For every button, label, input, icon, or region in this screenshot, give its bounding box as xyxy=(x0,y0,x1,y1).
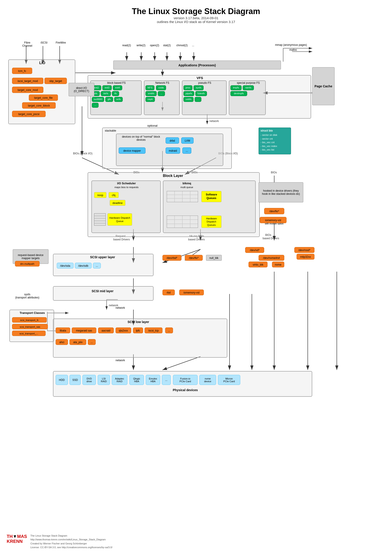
svg-text:network: network xyxy=(210,119,219,123)
btrfs-box: btrfs xyxy=(101,91,111,96)
pseudo-dots-box: ... xyxy=(195,97,201,102)
lio-section: LIO tcm_fc iscsi_target_mod sbp_target t… xyxy=(8,59,75,124)
transport-classes-section: Transport Classes scsi_transport_fc scsi… xyxy=(9,310,54,342)
malloc-label: malloc xyxy=(284,48,302,51)
scsi-transport-sas-box: scsi_transport_sas xyxy=(12,324,48,329)
target-core-mod-box: target_core_mod xyxy=(12,87,43,93)
page-cache-box: Page Cache xyxy=(312,67,335,105)
hw-dispatch-queue-box: Hardware Dispatch Queue xyxy=(107,213,132,226)
svg-text:BIOs: BIOs xyxy=(265,233,271,236)
mq-visual-top xyxy=(167,191,198,202)
virtio-blk-box: virtio_blk xyxy=(249,262,267,267)
footer-line2: http://www.thomas-krenn.com/en/wiki/Linu… xyxy=(30,538,112,542)
network-label-low: network xyxy=(116,359,125,362)
syscall-dots: ... xyxy=(192,44,194,47)
dev-sdb-box: /dev/sdb xyxy=(75,263,92,269)
dev-sda-box: /dev/sda xyxy=(57,263,74,269)
firewire-label: FireWire xyxy=(54,41,68,44)
scsi-low-dots-box: ... xyxy=(165,327,173,333)
netfs-dots-box: ... xyxy=(158,91,165,96)
dev-fio-mid-box: /dev/fio* xyxy=(185,255,203,261)
cfq-box: cfq xyxy=(109,192,119,198)
software-queues-box: Software Queues xyxy=(201,191,222,202)
syscall-open: open(2) xyxy=(150,44,159,47)
qla2xxx-box: qla2xxx xyxy=(116,327,131,333)
ext4-box: ext4 xyxy=(113,85,122,90)
scsi-mid-label: SCSI mid layer xyxy=(71,289,134,293)
tmpfs-box: tmpfs xyxy=(231,85,242,90)
qlogic-hba-box: QlogicHBA xyxy=(129,375,144,385)
footer-logo: TH▼MASKRENN xyxy=(7,534,27,544)
iso9660-box: iso9660 xyxy=(92,97,104,102)
coda-box: coda xyxy=(156,85,166,90)
target-core-file-box: target_core_file xyxy=(29,95,58,101)
scsi-upper-dots-box: ... xyxy=(93,263,101,269)
syscall-write: write(2) xyxy=(137,44,146,47)
ifs-box: ifs xyxy=(112,91,119,96)
hooked-drivers-box: hooked in device drivers (they hook in l… xyxy=(259,182,303,202)
block-layer-section: Block Layer I/O Scheduler maps bios to r… xyxy=(88,172,260,237)
dev-rssd-box: /dev/rssd* xyxy=(294,247,315,253)
device-mapper-box: device mapper xyxy=(119,147,146,154)
iscsi-tcp-box: iscsi_tcp xyxy=(145,327,162,333)
syscall-read: read(2) xyxy=(122,44,131,47)
devtmpfs-box: devtmpfs xyxy=(231,91,247,96)
network-fs-label: Network FS xyxy=(146,81,179,84)
usbfs-box: usbfs xyxy=(183,97,194,102)
version-line: version 3.17.beta, 2014-09-01 xyxy=(0,16,392,20)
main-title: The Linux Storage Stack Diagram xyxy=(0,7,392,16)
footer: TH▼MASKRENN The Linux Storage Stack Diag… xyxy=(7,534,112,549)
iomemory-vsl-top-box: iomemory-vsl xyxy=(260,217,287,223)
scsi-upper-label: SCSI upper layer xyxy=(71,255,134,259)
rbd-mid-box: rbd xyxy=(162,290,175,295)
dev-rbd-box: /dev/rbd* xyxy=(162,255,182,261)
svg-text:based Drivers: based Drivers xyxy=(113,238,130,241)
lsi-raid-box: LSIRAID xyxy=(98,375,110,385)
pseudo-fs-section: pseudo FS proc sysfs pipefs futexfs usbf… xyxy=(182,80,227,115)
adaptec-raid-box: AdaptecRAID xyxy=(112,375,127,385)
vfs-label: VFS xyxy=(189,76,211,80)
sbp-target-box: sbp_target xyxy=(44,78,67,84)
hdd-box: HDD xyxy=(56,375,68,385)
libata-box: libata xyxy=(56,327,70,333)
stackable-label: stackable xyxy=(105,129,116,132)
ahci-box: ahci xyxy=(56,339,68,345)
iscsi-target-mod-box: iscsi_target_mod xyxy=(12,78,43,84)
iscsi-label: iSCSI xyxy=(38,41,50,44)
footer-line4: License: CC-BY-SA 3.0, see http://creati… xyxy=(30,546,112,549)
transport-classes-label: Transport Classes xyxy=(12,311,52,315)
lio-label: LIO xyxy=(11,61,74,65)
page-container: The Linux Storage Stack Diagram version … xyxy=(0,0,392,554)
mdraid-box: mdraid xyxy=(166,147,180,154)
iomemory-vsl-mid-box: iomemory-vsl xyxy=(179,290,204,295)
struct-bio-label: struct bio xyxy=(261,129,289,132)
blkmq-label: blkmq xyxy=(164,182,209,185)
aacraid-box: aacraid xyxy=(98,327,114,333)
ext3-box: ext3 xyxy=(102,85,112,90)
sysfs-label: sysfs(transport attributes) xyxy=(9,293,45,299)
ceph-box: ceph xyxy=(146,97,155,102)
scsi-transport-fc-box: scsi_transport_fc xyxy=(12,317,47,323)
blockfs-dots-box: ... xyxy=(92,103,98,108)
dev-nvme-box: /dev/nvme#n# xyxy=(259,255,284,261)
micron-pcie-box: MicronPCIe Card xyxy=(218,375,240,385)
lvm-box: LVM xyxy=(181,137,194,144)
applications-box: Applications (Processes) xyxy=(113,61,281,69)
subtitle-line: outlines the Linux I/O stack as of Kerne… xyxy=(0,20,392,24)
smbfs-box: smbfs xyxy=(146,91,157,96)
io-scheduler-label: I/O Scheduler xyxy=(93,182,160,185)
physical-devices-section: Physical devices HDD SSD DVDdrive LSIRAI… xyxy=(53,371,312,397)
ssd-box: SSD xyxy=(70,375,81,385)
ocfs-box: ocfs xyxy=(114,97,123,102)
drbd-box: drbd xyxy=(166,137,179,144)
sysfs-box: sysfs xyxy=(194,85,203,90)
vfs-section: VFS block based FS ext2 ext3 ext4 xfs bt… xyxy=(88,75,311,119)
struct-bio-box: struct bio - sector on disk - sector cnt… xyxy=(259,128,291,154)
ata-piix-box: ata_piix xyxy=(70,339,86,345)
scsi-mid-section: SCSI mid layer xyxy=(53,286,154,301)
scsi-low-label: SCSI low layer xyxy=(107,320,170,324)
mq-visual-bottom xyxy=(167,215,198,228)
blkmq-sublabel: multi queue xyxy=(164,186,209,188)
block-fs-section: block based FS ext2 ext3 ext4 xfs btrfs … xyxy=(90,80,142,115)
network-fs-section: Network FS NFS coda smbfs ... ceph xyxy=(144,80,180,115)
